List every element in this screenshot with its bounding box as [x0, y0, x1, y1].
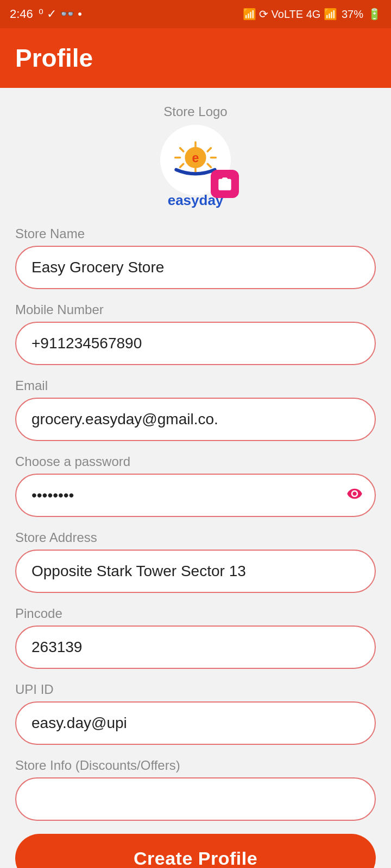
status-left: 2:46 ⁰ ✓ 👓 • [10, 7, 82, 21]
logo-label: Store Logo [163, 104, 227, 119]
upi-id-group: UPI ID [15, 682, 376, 745]
upi-id-input[interactable] [15, 701, 376, 745]
store-address-input[interactable] [15, 550, 376, 593]
mobile-number-group: Mobile Number [15, 302, 376, 365]
status-right: 📶 ⟳ VoLTE 4G 📶 37% 🔋 [243, 8, 382, 21]
mobile-number-label: Mobile Number [15, 302, 376, 317]
page-title: Profile [15, 43, 93, 73]
email-group: Email [15, 378, 376, 441]
password-input[interactable] [15, 474, 376, 517]
main-content: Store Logo [0, 88, 391, 868]
svg-line-2 [180, 148, 184, 151]
svg-line-3 [207, 164, 211, 167]
email-label: Email [15, 378, 376, 393]
pincode-group: Pincode [15, 606, 376, 669]
battery-icon: 🔋 [368, 8, 381, 21]
svg-line-4 [207, 148, 211, 151]
store-address-label: Store Address [15, 530, 376, 545]
pincode-input[interactable] [15, 626, 376, 669]
toggle-password-icon[interactable] [346, 486, 363, 506]
upi-id-label: UPI ID [15, 682, 376, 697]
status-time: 2:46 [10, 7, 33, 21]
store-address-group: Store Address [15, 530, 376, 593]
camera-button[interactable] [211, 170, 239, 198]
password-group: Choose a password [15, 454, 376, 517]
email-input[interactable] [15, 398, 376, 441]
svg-text:e: e [192, 151, 199, 165]
store-name-input[interactable] [15, 246, 376, 289]
logo-section: Store Logo [15, 104, 376, 209]
store-info-group: Store Info (Discounts/Offers) [15, 758, 376, 821]
store-name-group: Store Name [15, 226, 376, 289]
store-info-input[interactable] [15, 777, 376, 821]
mobile-number-input[interactable] [15, 322, 376, 365]
pincode-label: Pincode [15, 606, 376, 621]
store-name-label: Store Name [15, 226, 376, 241]
status-bar: 2:46 ⁰ ✓ 👓 • 📶 ⟳ VoLTE 4G 📶 37% 🔋 [0, 0, 391, 28]
status-icons: ⁰ ✓ 👓 • [39, 7, 82, 21]
create-profile-button[interactable]: Create Profile [15, 834, 376, 868]
status-battery: 37% [342, 8, 363, 21]
status-network: 📶 ⟳ VoLTE 4G 📶 [243, 8, 337, 21]
password-wrapper [15, 474, 376, 517]
app-header: Profile [0, 28, 391, 88]
svg-line-5 [180, 164, 184, 167]
logo-container: e [160, 125, 231, 195]
store-info-label: Store Info (Discounts/Offers) [15, 758, 376, 773]
password-label: Choose a password [15, 454, 376, 469]
